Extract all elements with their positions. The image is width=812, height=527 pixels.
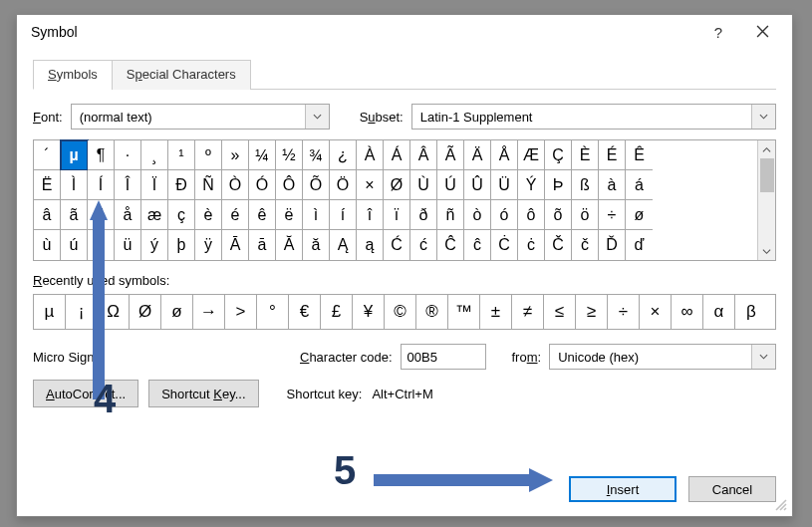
grid-cell[interactable]: Û (464, 170, 491, 200)
recent-cell[interactable]: ≥ (576, 295, 608, 329)
grid-cell[interactable]: î (357, 200, 384, 230)
grid-cell[interactable]: ¿ (330, 140, 357, 170)
grid-cell[interactable]: Ç (545, 140, 572, 170)
grid-cell[interactable]: Ñ (195, 170, 222, 200)
font-combo[interactable]: (normal text) (71, 104, 330, 130)
grid-cell[interactable]: Í (88, 170, 115, 200)
grid-cell[interactable]: Ú (437, 170, 464, 200)
grid-cell[interactable]: Õ (303, 170, 330, 200)
grid-cell[interactable]: ċ (518, 230, 545, 260)
grid-cell[interactable]: ď (626, 230, 653, 260)
grid-cell[interactable]: ç (168, 200, 195, 230)
grid-cell[interactable]: µ (61, 140, 88, 170)
recent-cell[interactable]: µ (34, 295, 66, 329)
grid-cell[interactable]: É (599, 140, 626, 170)
grid-cell[interactable]: ë (276, 200, 303, 230)
grid-cell[interactable]: å (115, 200, 141, 230)
grid-cell[interactable]: ¶ (88, 140, 115, 170)
grid-cell[interactable]: ÷ (599, 200, 626, 230)
recent-cell[interactable]: £ (321, 295, 353, 329)
grid-cell[interactable]: ü (115, 230, 141, 260)
recent-cell[interactable]: α (703, 295, 735, 329)
grid-cell[interactable]: ï (384, 200, 410, 230)
grid-cell[interactable]: È (572, 140, 599, 170)
charcode-input[interactable]: 00B5 (401, 344, 486, 370)
grid-cell[interactable]: â (34, 200, 61, 230)
grid-cell[interactable]: ø (626, 200, 653, 230)
grid-cell[interactable]: ã (61, 200, 88, 230)
grid-cell[interactable]: ä (88, 200, 115, 230)
grid-cell[interactable]: Ó (249, 170, 276, 200)
grid-cell[interactable]: Ø (384, 170, 410, 200)
recent-cell[interactable]: ® (416, 295, 448, 329)
grid-cell[interactable]: č (572, 230, 599, 260)
grid-cell[interactable]: Â (410, 140, 437, 170)
grid-cell[interactable]: ú (61, 230, 88, 260)
grid-scrollbar[interactable] (757, 140, 775, 260)
grid-cell[interactable]: Ü (491, 170, 518, 200)
grid-cell[interactable]: Å (491, 140, 518, 170)
scroll-thumb[interactable] (760, 158, 774, 192)
grid-cell[interactable]: ¾ (303, 140, 330, 170)
grid-cell[interactable]: · (115, 140, 141, 170)
recent-cell[interactable]: ¡ (66, 295, 98, 329)
recent-cell[interactable]: × (640, 295, 672, 329)
grid-cell[interactable]: ¼ (249, 140, 276, 170)
grid-cell[interactable]: Î (115, 170, 141, 200)
recent-cell[interactable]: β (735, 295, 767, 329)
grid-cell[interactable]: þ (168, 230, 195, 260)
grid-cell[interactable]: Æ (518, 140, 545, 170)
recent-cell[interactable]: © (385, 295, 416, 329)
grid-cell[interactable]: Ï (141, 170, 168, 200)
grid-cell[interactable]: ĉ (464, 230, 491, 260)
grid-cell[interactable]: Ā (222, 230, 249, 260)
grid-cell[interactable]: Ù (410, 170, 437, 200)
shortcut-key-button[interactable]: Shortcut Key... (148, 380, 258, 407)
grid-cell[interactable]: ô (518, 200, 545, 230)
from-combo[interactable]: Unicode (hex) (549, 344, 776, 370)
grid-cell[interactable]: ¹ (168, 140, 195, 170)
recent-cell[interactable]: ≤ (544, 295, 576, 329)
recent-cell[interactable]: ∞ (672, 295, 703, 329)
recent-cell[interactable]: > (225, 295, 257, 329)
grid-cell[interactable]: × (357, 170, 384, 200)
recent-cell[interactable]: € (289, 295, 321, 329)
cancel-button[interactable]: Cancel (688, 476, 776, 502)
grid-cell[interactable]: Þ (545, 170, 572, 200)
recent-cell[interactable]: Ω (98, 295, 130, 329)
grid-cell[interactable]: » (222, 140, 249, 170)
grid-cell[interactable]: Ý (518, 170, 545, 200)
grid-cell[interactable]: à (599, 170, 626, 200)
grid-cell[interactable]: Ê (626, 140, 653, 170)
resize-grip-icon[interactable] (774, 498, 788, 512)
grid-cell[interactable]: è (195, 200, 222, 230)
recent-cell[interactable]: ÷ (608, 295, 640, 329)
grid-cell[interactable]: ½ (276, 140, 303, 170)
grid-cell[interactable]: í (330, 200, 357, 230)
grid-cell[interactable]: Ò (222, 170, 249, 200)
grid-cell[interactable]: Ã (437, 140, 464, 170)
grid-cell[interactable]: û (88, 230, 115, 260)
grid-cell[interactable]: À (357, 140, 384, 170)
grid-cell[interactable]: ą (357, 230, 384, 260)
recent-cell[interactable]: ° (257, 295, 289, 329)
recent-cell[interactable]: Ø (130, 295, 161, 329)
grid-cell[interactable]: ù (34, 230, 61, 260)
grid-cell[interactable]: æ (141, 200, 168, 230)
grid-cell[interactable]: Ì (61, 170, 88, 200)
recent-cell[interactable]: → (193, 295, 225, 329)
grid-cell[interactable]: Ć (384, 230, 410, 260)
grid-cell[interactable]: ò (464, 200, 491, 230)
grid-cell[interactable]: ć (410, 230, 437, 260)
grid-cell[interactable]: ö (572, 200, 599, 230)
recent-cell[interactable]: ø (161, 295, 193, 329)
grid-cell[interactable]: ó (491, 200, 518, 230)
grid-cell[interactable]: Ë (34, 170, 61, 200)
grid-cell[interactable]: ê (249, 200, 276, 230)
grid-cell[interactable]: á (626, 170, 653, 200)
autocorrect-button[interactable]: AutoCorrect... (33, 380, 138, 407)
grid-cell[interactable]: Ĉ (437, 230, 464, 260)
grid-cell[interactable]: Ð (168, 170, 195, 200)
grid-cell[interactable]: ý (141, 230, 168, 260)
recent-cell[interactable]: ≠ (512, 295, 544, 329)
